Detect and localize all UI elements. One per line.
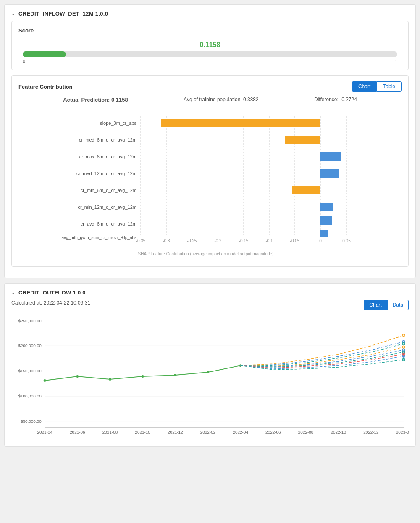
fc-difference: Difference: -0.2724 [314, 97, 357, 103]
chevron-down-icon[interactable]: ⌄ [11, 11, 15, 16]
y-label-2: $200,000.00 [18, 343, 42, 348]
x-label-4: -0.2 [214, 239, 222, 243]
dot-6 [207, 371, 209, 373]
end-dot-1 [402, 334, 405, 336]
credit-outflow-header: ⌄ CREDIT_OUTFLOW 1.0.0 [11, 289, 409, 296]
bar-label-4: cr_med_12m_d_cr_avg_12m [76, 171, 136, 176]
x-label-jun21: 2021-06 [70, 430, 85, 434]
bar-2 [285, 136, 320, 144]
score-label: Score [18, 27, 402, 34]
x-label-dec21: 2021-12 [168, 430, 183, 434]
y-label-5: $50,000.00 [21, 419, 42, 423]
fc-actual-prediction: Actual Prediction: 0.1158 [63, 97, 128, 103]
fc-header: Feature Contribution Chart Table [18, 81, 402, 92]
score-subsection: Score 0.1158 0 1 [11, 21, 409, 70]
y-label-3: $150,000.00 [18, 368, 42, 373]
dot-1 [44, 379, 46, 382]
x-label-1: -0.35 [136, 239, 146, 243]
bar-3 [320, 152, 341, 161]
forecast-teal-3 [241, 360, 404, 370]
dot-2 [76, 375, 79, 378]
y-label-4: $100,000.00 [18, 394, 42, 398]
bar-4 [320, 169, 339, 178]
main-solid-line [45, 365, 241, 381]
fc-view-toggle: Chart Table [352, 81, 402, 92]
score-max: 1 [395, 59, 397, 64]
bar-label-6: cr_min_12m_d_cr_avg_12m [78, 205, 136, 210]
credit-outflow-title: CREDIT_OUTFLOW 1.0.0 [18, 289, 86, 296]
score-bar-track [23, 51, 397, 57]
outflow-chart-button[interactable]: Chart [364, 300, 387, 310]
credit-inflow-header: ⌄ CREDIT_INFLOW_DET_12M 1.0.0 [11, 11, 409, 17]
feature-contribution-subsection: Feature Contribution Chart Table Actual … [11, 75, 409, 267]
x-label-oct21: 2021-10 [135, 430, 150, 434]
outflow-data-button[interactable]: Data [387, 300, 409, 310]
bar-label-8: avg_mth_gwth_sum_cr_trnovr_98p_abs [62, 235, 136, 240]
forecast-red [241, 354, 404, 368]
dot-3 [109, 378, 111, 381]
x-label-2: -0.3 [163, 239, 170, 243]
x-label-apr21: 2021-04 [37, 430, 52, 434]
x-label-feb23: 2023-02 [396, 430, 409, 434]
x-label-aug22: 2022-08 [298, 430, 314, 434]
x-label-aug21: 2021-08 [102, 430, 118, 434]
bar-label-1: slope_3m_cr_abs [100, 121, 136, 126]
x-label-6: -0.1 [265, 239, 273, 243]
x-label-dec22: 2022-12 [363, 430, 379, 434]
y-label-1: $250,000.00 [18, 318, 42, 323]
score-value: 0.1158 [18, 41, 402, 49]
fc-title: Feature Contribution [18, 84, 73, 90]
x-label-7: -0.05 [290, 239, 300, 243]
fc-stats: Actual Prediction: 0.1158 Avg of trainin… [18, 97, 402, 103]
fc-chart: slope_3m_cr_abs cr_med_6m_d_cr_avg_12m c… [18, 109, 402, 260]
calc-time: Calculated at: 2022-04-22 10:09:31 [11, 300, 90, 306]
score-bar-fill [23, 51, 66, 57]
forecast-yellow-upper [241, 335, 404, 365]
x-label-jun22: 2022-06 [265, 430, 281, 434]
outflow-line-chart: $250,000.00 $200,000.00 $150,000.00 $100… [11, 314, 409, 440]
outflow-view-toggle: Chart Data [364, 300, 409, 310]
dot-4 [142, 375, 144, 378]
credit-outflow-section: ⌄ CREDIT_OUTFLOW 1.0.0 Calculated at: 20… [4, 283, 416, 447]
bar-6 [320, 203, 333, 211]
x-label-apr22: 2022-04 [233, 430, 248, 434]
x-label-9: 0.05 [342, 239, 351, 243]
score-range: 0 1 [23, 59, 397, 64]
shap-note: SHAP Feature Contribution (average impac… [23, 252, 389, 256]
bar-5 [292, 186, 320, 194]
end-dot-9 [402, 358, 405, 361]
bar-7 [320, 216, 332, 225]
bar-label-7: cr_avg_6m_d_cr_avg_12m [81, 221, 136, 226]
bar-label-5: cr_min_6m_d_cr_avg_12m [81, 188, 136, 193]
outflow-chart-svg: $250,000.00 $200,000.00 $150,000.00 $100… [11, 314, 409, 444]
fc-table-button[interactable]: Table [377, 81, 402, 92]
bar-8 [320, 230, 328, 237]
chevron-down-icon-2[interactable]: ⌄ [11, 290, 15, 295]
bar-1 [161, 119, 320, 127]
x-label-8: 0 [319, 239, 322, 243]
x-label-feb22: 2022-02 [200, 430, 216, 434]
dot-5 [174, 374, 176, 376]
score-min: 0 [23, 59, 25, 64]
credit-inflow-title: CREDIT_INFLOW_DET_12M 1.0.0 [18, 11, 108, 17]
fc-bar-chart-svg: slope_3m_cr_abs cr_med_6m_d_cr_avg_12m c… [23, 113, 389, 247]
fc-avg-training: Avg of training population: 0.3882 [184, 97, 259, 103]
x-label-5: -0.15 [239, 239, 249, 243]
bar-label-3: cr_max_6m_d_cr_avg_12m [79, 154, 136, 159]
fc-chart-button[interactable]: Chart [352, 81, 377, 92]
credit-inflow-section: ⌄ CREDIT_INFLOW_DET_12M 1.0.0 Score 0.11… [4, 4, 416, 278]
bar-label-2: cr_med_6m_d_cr_avg_12m [79, 137, 136, 142]
x-label-3: -0.25 [187, 239, 197, 243]
x-label-oct22: 2022-10 [331, 430, 346, 434]
